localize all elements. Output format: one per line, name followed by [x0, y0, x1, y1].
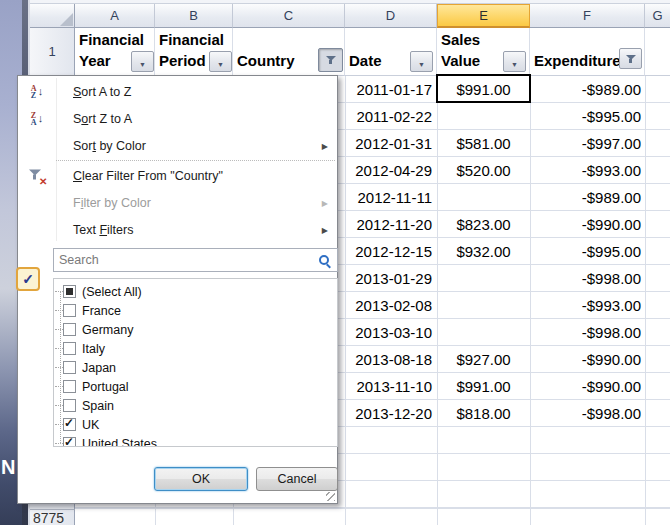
filter-option[interactable]: United States	[54, 434, 337, 447]
cell-expenditure[interactable]: -$989.00	[530, 76, 645, 103]
checkbox-unchecked[interactable]	[63, 342, 76, 355]
cell-date[interactable]: 2011-02-22	[345, 103, 437, 130]
checkbox-unchecked[interactable]	[63, 361, 76, 374]
cell-sales-value[interactable]: $520.00	[437, 157, 530, 184]
cell-date[interactable]: 2012-11-11	[345, 184, 437, 211]
tree-connector-stub	[55, 386, 63, 387]
cancel-button[interactable]: Cancel	[256, 467, 338, 491]
menu-item-label: F	[73, 196, 81, 210]
country-options-list[interactable]: (Select All)FranceGermanyItalyJapanPortu…	[53, 278, 338, 447]
filter-button-country-active[interactable]	[318, 48, 343, 72]
cell-sales-value[interactable]: $927.00	[437, 346, 530, 373]
tree-connector-stub	[55, 367, 63, 368]
select-all-triangle-icon	[60, 13, 73, 26]
filter-dropdown-button-period[interactable]	[209, 51, 232, 72]
checkmark-button[interactable]	[16, 267, 40, 291]
tree-connector-stub	[55, 291, 63, 292]
column-header-a[interactable]: A	[75, 4, 155, 28]
filter-option[interactable]: UK	[54, 415, 337, 434]
menu-item-text-filters[interactable]: Text Filters	[18, 216, 337, 243]
cell-date[interactable]: 2012-01-31	[345, 130, 437, 157]
row-header-1[interactable]: 1	[30, 28, 75, 76]
dropdown-arrow-icon	[418, 53, 425, 71]
filter-option[interactable]: France	[54, 301, 337, 320]
tree-connector-stub	[55, 424, 63, 425]
cell-date[interactable]: 2011-01-17	[345, 76, 437, 103]
cell-sales-value[interactable]	[437, 292, 530, 319]
cell-expenditure[interactable]: -$995.00	[530, 103, 645, 130]
down-arrow-icon: ↓	[38, 113, 44, 124]
cell-date[interactable]: 2012-12-15	[345, 238, 437, 265]
ok-button[interactable]: OK	[154, 467, 248, 491]
column-header-e-selected[interactable]: E	[437, 4, 530, 28]
checkbox-unchecked[interactable]	[63, 380, 76, 393]
filter-dropdown-button-year[interactable]	[131, 51, 154, 72]
filter-dropdown-button-sales-value[interactable]	[503, 51, 526, 72]
cell-date[interactable]: 2013-03-10	[345, 319, 437, 346]
cell-sales-value[interactable]: $823.00	[437, 211, 530, 238]
cell-date[interactable]: 2012-11-20	[345, 211, 437, 238]
select-all-corner[interactable]	[30, 4, 75, 28]
cell-sales-value[interactable]: $991.00	[437, 373, 530, 400]
cell-expenditure[interactable]: -$998.00	[530, 265, 645, 292]
filter-option[interactable]: Germany	[54, 320, 337, 339]
row-header-8775[interactable]: 8775	[30, 509, 75, 525]
checkbox-unchecked[interactable]	[63, 304, 76, 317]
header-label: Financial	[79, 29, 152, 50]
checkbox-unchecked[interactable]	[63, 323, 76, 336]
filter-button-expenditure-filtered[interactable]	[619, 48, 642, 69]
option-label: United States	[82, 437, 157, 448]
column-header-d[interactable]: D	[345, 4, 437, 28]
menu-item-sort-a-to-z[interactable]: AZ↓Sort A to Z	[18, 78, 337, 105]
checkbox-indeterminate[interactable]	[63, 285, 76, 298]
cell-sales-value[interactable]	[437, 184, 530, 211]
header-cell-g1[interactable]	[645, 28, 670, 76]
cell-expenditure[interactable]: -$997.00	[530, 130, 645, 157]
cell-expenditure[interactable]: -$998.00	[530, 319, 645, 346]
down-arrow-icon: ↓	[38, 86, 44, 97]
filter-option[interactable]: Japan	[54, 358, 337, 377]
cell-expenditure[interactable]: -$993.00	[530, 157, 645, 184]
resize-grip[interactable]	[326, 492, 335, 501]
cell-expenditure[interactable]: -$990.00	[530, 346, 645, 373]
filter-option[interactable]: Spain	[54, 396, 337, 415]
checkbox-checked[interactable]	[63, 437, 76, 447]
cell-sales-value[interactable]	[437, 103, 530, 130]
menu-item-label: S	[73, 85, 81, 99]
cell-date[interactable]: 2013-02-08	[345, 292, 437, 319]
filter-option[interactable]: (Select All)	[54, 282, 337, 301]
menu-item-sort-by-color[interactable]: Sort by Color	[18, 132, 337, 159]
cell-sales-value[interactable]: $581.00	[437, 130, 530, 157]
cell-expenditure[interactable]: -$990.00	[530, 211, 645, 238]
cell-expenditure[interactable]: -$990.00	[530, 373, 645, 400]
cell-expenditure[interactable]: -$993.00	[530, 292, 645, 319]
cell-date[interactable]: 2013-11-10	[345, 373, 437, 400]
cell-sales-value[interactable]: $932.00	[437, 238, 530, 265]
cell-sales-value[interactable]: $818.00	[437, 400, 530, 427]
cell-sales-value[interactable]	[437, 319, 530, 346]
cell-date[interactable]: 2013-08-18	[345, 346, 437, 373]
menu-separator	[56, 160, 335, 161]
column-header-b[interactable]: B	[155, 4, 233, 28]
cell-sales-value[interactable]	[437, 265, 530, 292]
filter-option[interactable]: Italy	[54, 339, 337, 358]
option-label: Germany	[82, 323, 133, 337]
filter-dropdown-button-date[interactable]	[410, 51, 433, 72]
cell-expenditure[interactable]: -$989.00	[530, 184, 645, 211]
column-header-f[interactable]: F	[530, 4, 645, 28]
cell-date[interactable]: 2013-12-20	[345, 400, 437, 427]
desktop-icon-label: N	[1, 456, 15, 479]
filter-option[interactable]: Portugal	[54, 377, 337, 396]
cell-date[interactable]: 2013-01-29	[345, 265, 437, 292]
cell-expenditure[interactable]: -$998.00	[530, 400, 645, 427]
checkbox-unchecked[interactable]	[63, 399, 76, 412]
search-input[interactable]	[59, 253, 319, 267]
menu-item-sort-z-to-a[interactable]: ZA↓Sort Z to A	[18, 105, 337, 132]
checkbox-checked[interactable]	[63, 418, 76, 431]
column-header-g[interactable]: G	[645, 4, 670, 28]
column-header-c[interactable]: C	[233, 4, 345, 28]
cell-expenditure[interactable]: -$995.00	[530, 238, 645, 265]
cell-date[interactable]: 2012-04-29	[345, 157, 437, 184]
menu-item-clear-filter[interactable]: ✕Clear Filter From "Country"	[18, 162, 337, 189]
search-box[interactable]	[53, 248, 338, 272]
